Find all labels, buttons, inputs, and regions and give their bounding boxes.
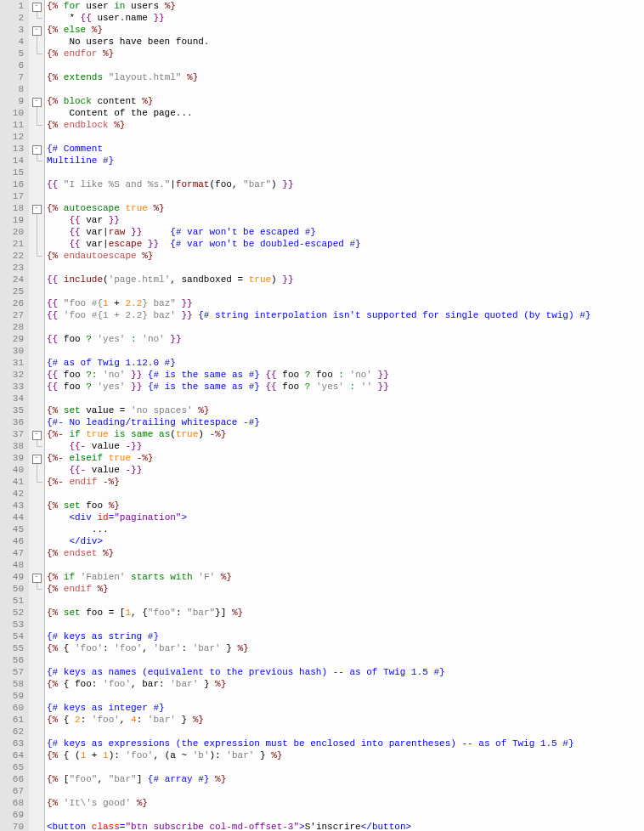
code-line[interactable]: {# keys as string #} <box>47 630 644 642</box>
fold-minus-icon[interactable]: - <box>32 574 42 583</box>
fold-marker[interactable] <box>29 404 44 416</box>
code-line[interactable] <box>47 262 644 274</box>
code-line[interactable]: {% endif %} <box>47 583 644 595</box>
code-line[interactable]: {% ["foo", "bar"] {# array #} %} <box>47 773 644 785</box>
fold-marker[interactable] <box>29 178 44 190</box>
fold-marker[interactable] <box>29 714 44 726</box>
fold-marker[interactable] <box>29 309 44 321</box>
fold-marker[interactable] <box>29 654 44 666</box>
fold-marker[interactable] <box>29 440 44 452</box>
fold-marker[interactable] <box>29 630 44 642</box>
code-line[interactable]: {% if 'Fabien' starts with 'F' %} <box>47 571 644 583</box>
code-line[interactable]: {{ 'foo #{1 + 2.2} baz' }} {# string int… <box>47 309 644 321</box>
code-line[interactable]: {% autoescape true %} <box>47 202 644 214</box>
fold-marker[interactable] <box>29 595 44 607</box>
code-line[interactable] <box>47 345 644 357</box>
fold-marker[interactable] <box>29 393 44 404</box>
code-line[interactable]: {% set value = 'no spaces' %} <box>47 404 644 416</box>
code-line[interactable]: {{ "foo #{1 + 2.2} baz" }} <box>47 297 644 309</box>
code-line[interactable]: {# keys as names (equivalent to the prev… <box>47 666 644 678</box>
fold-minus-icon[interactable]: - <box>32 26 42 36</box>
code-line[interactable]: {% set foo %} <box>47 500 644 512</box>
code-line[interactable]: {{ foo ? 'yes' }} {# is the same as #} {… <box>47 381 644 393</box>
code-line[interactable] <box>47 190 644 202</box>
fold-marker[interactable] <box>29 36 44 48</box>
fold-marker[interactable] <box>29 226 44 238</box>
code-line[interactable]: {{ var|raw }} {# var won't be escaped #} <box>47 226 644 238</box>
fold-marker[interactable] <box>29 345 44 357</box>
fold-marker[interactable] <box>29 155 44 167</box>
fold-marker[interactable] <box>29 690 44 702</box>
fold-minus-icon[interactable]: - <box>32 3 42 12</box>
fold-marker[interactable] <box>29 59 44 71</box>
code-line[interactable]: {{ var }} <box>47 214 644 226</box>
code-line[interactable] <box>47 83 644 95</box>
fold-marker[interactable] <box>29 262 44 274</box>
code-line[interactable]: Multiline #} <box>47 155 644 167</box>
fold-minus-icon[interactable]: - <box>32 98 42 107</box>
fold-marker[interactable] <box>29 785 44 797</box>
fold-marker[interactable]: - <box>29 143 44 155</box>
code-line[interactable] <box>47 595 644 607</box>
fold-marker[interactable] <box>29 559 44 571</box>
fold-marker[interactable] <box>29 619 44 630</box>
code-line[interactable]: {{ "I like %S and %s."|format(foo, "bar"… <box>47 178 644 190</box>
code-line[interactable] <box>47 690 644 702</box>
fold-marker[interactable] <box>29 357 44 369</box>
code-line[interactable]: No users have been found. <box>47 36 644 48</box>
fold-marker[interactable] <box>29 12 44 24</box>
code-line[interactable]: {#- No leading/trailing whitespace -#} <box>47 416 644 428</box>
code-line[interactable]: {# keys as expressions (the expression m… <box>47 738 644 749</box>
fold-marker[interactable] <box>29 238 44 250</box>
code-line[interactable]: {% endautoescape %} <box>47 250 644 262</box>
fold-marker[interactable] <box>29 369 44 381</box>
code-line[interactable]: {% extends "layout.html" %} <box>47 71 644 83</box>
fold-marker[interactable] <box>29 809 44 821</box>
fold-marker[interactable]: - <box>29 95 44 107</box>
fold-marker[interactable] <box>29 285 44 297</box>
code-line[interactable]: {% for user in users %} <box>47 0 644 12</box>
fold-marker[interactable] <box>29 512 44 523</box>
fold-marker[interactable] <box>29 797 44 809</box>
code-line[interactable]: {{ var|escape }} {# var won't be doubled… <box>47 238 644 250</box>
code-line[interactable]: * {{ user.name }} <box>47 12 644 24</box>
code-line[interactable]: {% 'It\'s good' %} <box>47 797 644 809</box>
fold-marker[interactable] <box>29 107 44 119</box>
fold-marker[interactable]: - <box>29 24 44 36</box>
fold-minus-icon[interactable]: - <box>32 455 42 464</box>
fold-marker[interactable]: - <box>29 428 44 440</box>
fold-marker[interactable] <box>29 583 44 595</box>
code-line[interactable] <box>47 393 644 404</box>
code-line[interactable] <box>47 654 644 666</box>
code-line[interactable] <box>47 761 644 773</box>
fold-marker[interactable] <box>29 48 44 59</box>
code-line[interactable]: {% endfor %} <box>47 48 644 59</box>
fold-marker[interactable]: - <box>29 452 44 464</box>
fold-marker[interactable] <box>29 726 44 738</box>
code-line[interactable]: {% else %} <box>47 24 644 36</box>
code-line[interactable]: {% set foo = [1, {"foo": "bar"}] %} <box>47 607 644 619</box>
fold-marker[interactable] <box>29 250 44 262</box>
code-line[interactable]: {% { (1 + 1): 'foo', (a ~ 'b'): 'bar' } … <box>47 749 644 761</box>
code-line[interactable]: Content of the page... <box>47 107 644 119</box>
fold-marker[interactable] <box>29 83 44 95</box>
fold-minus-icon[interactable]: - <box>32 205 42 214</box>
fold-marker[interactable] <box>29 119 44 131</box>
fold-marker[interactable] <box>29 333 44 345</box>
code-line[interactable]: <div id="pagination"> <box>47 512 644 523</box>
code-line[interactable] <box>47 285 644 297</box>
fold-marker[interactable] <box>29 190 44 202</box>
code-line[interactable] <box>47 131 644 143</box>
fold-minus-icon[interactable]: - <box>32 145 42 155</box>
fold-marker[interactable] <box>29 773 44 785</box>
code-line[interactable]: {%- endif -%} <box>47 476 644 488</box>
code-line[interactable]: {{ foo ? 'yes' : 'no' }} <box>47 333 644 345</box>
fold-marker[interactable] <box>29 607 44 619</box>
fold-marker[interactable] <box>29 167 44 178</box>
fold-marker[interactable] <box>29 535 44 547</box>
fold-marker[interactable] <box>29 642 44 654</box>
code-line[interactable]: {%- elseif true -%} <box>47 452 644 464</box>
fold-marker[interactable] <box>29 416 44 428</box>
code-line[interactable]: {{ include('page.html', sandboxed = true… <box>47 274 644 285</box>
code-area[interactable]: {% for user in users %} * {{ user.name }… <box>45 0 644 831</box>
